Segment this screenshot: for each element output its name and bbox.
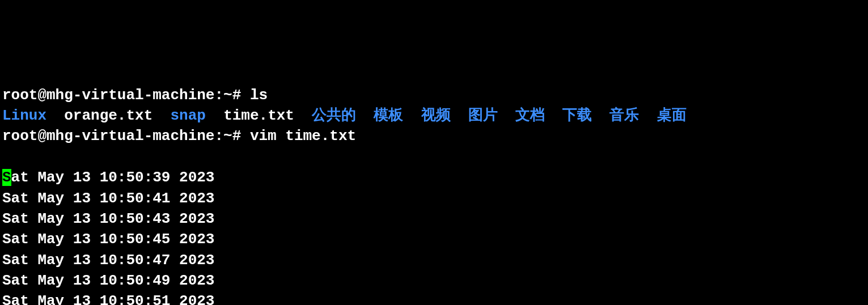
file-line: Sat May 13 10:50:47 2023	[2, 250, 866, 270]
ls-entry-dir: 视频	[421, 107, 451, 124]
file-line: Sat May 13 10:50:45 2023	[2, 229, 866, 249]
ls-entry-dir: 图片	[468, 107, 498, 124]
file-line-cursor[interactable]: Sat May 13 10:50:39 2023	[2, 167, 866, 188]
file-line-text: at May 13 10:50:39 2023	[11, 169, 215, 186]
ls-entry-dir: 文档	[515, 107, 545, 124]
file-line: Sat May 13 10:50:51 2023	[2, 291, 866, 305]
shell-prompt: root@mhg-virtual-machine:~#	[2, 128, 250, 145]
ls-entry-dir: 音乐	[609, 107, 639, 124]
ls-entry-dir: 公共的	[312, 107, 356, 124]
ls-entry-file: orange.txt	[64, 107, 153, 124]
vim-cursor: S	[2, 169, 11, 186]
ls-entry-dir: snap	[170, 107, 205, 124]
command-vim: vim time.txt	[250, 128, 356, 145]
file-line: Sat May 13 10:50:41 2023	[2, 188, 866, 209]
prompt-line-2: root@mhg-virtual-machine:~# vim time.txt	[2, 126, 866, 146]
file-line: Sat May 13 10:50:43 2023	[2, 209, 866, 229]
ls-entry-dir: 下载	[562, 107, 592, 124]
prompt-line-1: root@mhg-virtual-machine:~# ls	[2, 85, 866, 105]
ls-entry-file: time.txt	[223, 107, 294, 124]
ls-entry-dir: 模板	[374, 107, 403, 124]
ls-entry-dir: Linux	[2, 107, 46, 124]
shell-prompt: root@mhg-virtual-machine:~#	[2, 87, 250, 104]
blank-line	[2, 147, 866, 167]
file-line: Sat May 13 10:50:49 2023	[2, 270, 866, 291]
command-ls: ls	[250, 87, 268, 104]
ls-output: Linux orange.txt snap time.txt 公共的 模板 视频…	[2, 105, 866, 126]
file-content-container[interactable]: Sat May 13 10:50:41 2023Sat May 13 10:50…	[2, 188, 866, 305]
ls-entry-dir: 桌面	[657, 107, 687, 124]
